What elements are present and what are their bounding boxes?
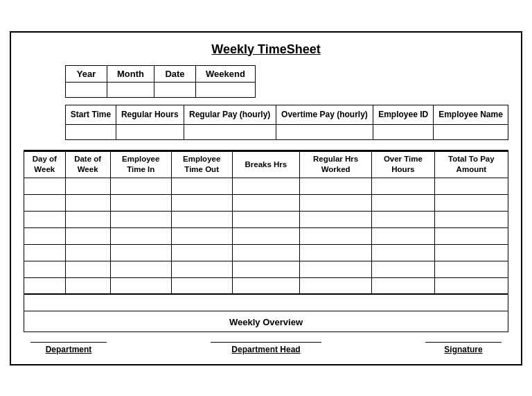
- cell-regular-hrs[interactable]: [300, 244, 372, 261]
- signature-section: Department Department Head Signature: [24, 342, 508, 354]
- cell-breaks[interactable]: [232, 194, 299, 211]
- info-month-value[interactable]: [107, 82, 154, 97]
- col-regular-hrs-worked: Regular HrsWorked: [300, 151, 372, 178]
- cell-time-in[interactable]: [110, 178, 171, 194]
- cell-overtime[interactable]: [372, 211, 435, 227]
- info-weekend-value[interactable]: [195, 82, 255, 97]
- cell-breaks[interactable]: [232, 227, 299, 244]
- emp-name-value[interactable]: [434, 124, 508, 139]
- col-day-of-week: Day ofWeek: [24, 151, 66, 178]
- cell-date[interactable]: [65, 194, 110, 211]
- info-month-header: Month: [107, 65, 154, 82]
- info-date-value[interactable]: [154, 82, 195, 97]
- emp-id-header: Employee ID: [373, 105, 434, 124]
- cell-breaks[interactable]: [232, 261, 299, 277]
- info-weekend-header: Weekend: [195, 65, 255, 82]
- cell-regular-hrs[interactable]: [300, 211, 372, 227]
- emp-id-value[interactable]: [373, 124, 434, 139]
- main-timesheet-table: Day ofWeek Date ofWeek EmployeeTime In E…: [24, 151, 508, 311]
- cell-day[interactable]: [24, 244, 66, 261]
- department-sig: Department: [30, 342, 107, 354]
- weekly-overview: Weekly Overview: [24, 311, 508, 332]
- cell-breaks[interactable]: [232, 244, 299, 261]
- cell-time-in[interactable]: [110, 211, 171, 227]
- col-date-of-week: Date ofWeek: [65, 151, 110, 178]
- cell-day[interactable]: [24, 227, 66, 244]
- cell-day[interactable]: [24, 211, 66, 227]
- emp-regular-pay-header: Regular Pay (hourly): [184, 105, 276, 124]
- info-year-value[interactable]: [66, 82, 107, 97]
- weekly-overview-label: Weekly Overview: [229, 317, 303, 327]
- department-label: Department: [46, 345, 92, 354]
- cell-overtime[interactable]: [372, 227, 435, 244]
- cell-regular-hrs[interactable]: [300, 261, 372, 277]
- cell-total-pay[interactable]: [434, 244, 508, 261]
- department-head-sig: Department Head: [211, 342, 321, 354]
- signature-sig: Signature: [425, 342, 502, 354]
- info-table: Year Month Date Weekend: [65, 65, 256, 98]
- col-breaks-hrs: Breaks Hrs: [232, 151, 299, 178]
- info-date-header: Date: [154, 65, 195, 82]
- cell-overtime[interactable]: [372, 244, 435, 261]
- cell-date[interactable]: [65, 244, 110, 261]
- cell-time-out[interactable]: [171, 244, 232, 261]
- cell-overtime[interactable]: [372, 178, 435, 194]
- cell-total-pay[interactable]: [434, 194, 508, 211]
- emp-overtime-pay-header: Overtime Pay (hourly): [276, 105, 373, 124]
- table-row: [24, 194, 508, 211]
- cell-day[interactable]: [24, 261, 66, 277]
- col-over-time-hours: Over TimeHours: [372, 151, 435, 178]
- weekly-timesheet-page: Weekly TimeSheet Year Month Date Weekend…: [10, 31, 522, 365]
- cell-time-out[interactable]: [171, 261, 232, 277]
- cell-day[interactable]: [24, 194, 66, 211]
- cell-time-out[interactable]: [171, 277, 232, 294]
- emp-overtime-pay-value[interactable]: [276, 124, 373, 139]
- cell-total-pay[interactable]: [434, 277, 508, 294]
- cell-time-in[interactable]: [110, 227, 171, 244]
- cell-total-pay[interactable]: [434, 178, 508, 194]
- cell-total-pay[interactable]: [434, 261, 508, 277]
- cell-date[interactable]: [65, 227, 110, 244]
- emp-start-time-value[interactable]: [66, 124, 116, 139]
- department-head-label: Department Head: [231, 345, 300, 354]
- cell-overtime[interactable]: [372, 277, 435, 294]
- cell-regular-hrs[interactable]: [300, 194, 372, 211]
- cell-breaks[interactable]: [232, 277, 299, 294]
- emp-regular-hours-value[interactable]: [116, 124, 184, 139]
- col-total-to-pay: Total To PayAmount: [434, 151, 508, 178]
- employee-info-table: Start Time Regular Hours Regular Pay (ho…: [65, 105, 508, 140]
- emp-regular-hours-header: Regular Hours: [116, 105, 184, 124]
- cell-time-out[interactable]: [171, 178, 232, 194]
- cell-total-pay[interactable]: [434, 227, 508, 244]
- cell-overtime[interactable]: [372, 194, 435, 211]
- cell-day[interactable]: [24, 178, 66, 194]
- cell-time-out[interactable]: [171, 194, 232, 211]
- cell-time-in[interactable]: [110, 277, 171, 294]
- cell-date[interactable]: [65, 211, 110, 227]
- cell-date[interactable]: [65, 277, 110, 294]
- emp-regular-pay-value[interactable]: [184, 124, 276, 139]
- department-head-sig-line: [211, 342, 321, 343]
- table-row: [24, 261, 508, 277]
- cell-breaks[interactable]: [232, 211, 299, 227]
- col-employee-time-out: EmployeeTime Out: [171, 151, 232, 178]
- cell-time-out[interactable]: [171, 211, 232, 227]
- cell-overtime[interactable]: [372, 261, 435, 277]
- cell-breaks[interactable]: [232, 178, 299, 194]
- cell-regular-hrs[interactable]: [300, 178, 372, 194]
- table-row: [24, 277, 508, 294]
- table-row: [24, 244, 508, 261]
- cell-date[interactable]: [65, 261, 110, 277]
- cell-total-pay[interactable]: [434, 211, 508, 227]
- cell-date[interactable]: [65, 178, 110, 194]
- col-employee-time-in: EmployeeTime In: [110, 151, 171, 178]
- cell-regular-hrs[interactable]: [300, 227, 372, 244]
- cell-time-in[interactable]: [110, 194, 171, 211]
- cell-regular-hrs[interactable]: [300, 277, 372, 294]
- table-row: [24, 178, 508, 194]
- cell-time-out[interactable]: [171, 227, 232, 244]
- cell-time-in[interactable]: [110, 261, 171, 277]
- cell-time-in[interactable]: [110, 244, 171, 261]
- cell-day[interactable]: [24, 277, 66, 294]
- page-title: Weekly TimeSheet: [24, 42, 508, 57]
